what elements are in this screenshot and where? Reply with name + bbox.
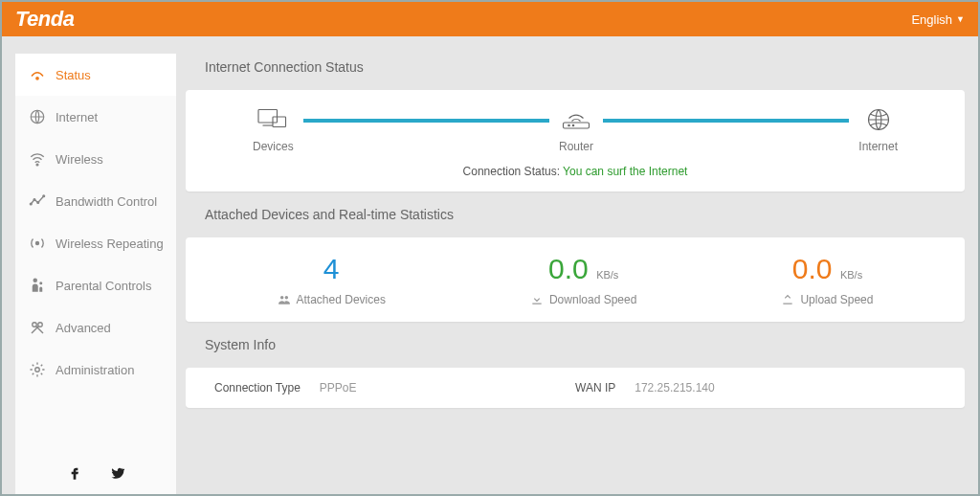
svg-point-10	[38, 323, 43, 327]
connection-line-1	[303, 119, 549, 123]
language-selector[interactable]: English ▼	[911, 12, 965, 27]
tools-icon	[29, 319, 46, 336]
caret-down-icon: ▼	[956, 14, 965, 24]
facebook-icon[interactable]	[67, 465, 82, 485]
upload-label: Upload Speed	[800, 293, 873, 306]
svg-point-12	[35, 368, 40, 372]
repeater-icon	[29, 235, 46, 252]
sidebar-item-repeating[interactable]: Wireless Repeating	[15, 222, 176, 264]
sidebar-item-label: Advanced	[56, 321, 111, 335]
main-layout: Status Internet Wireless	[2, 36, 978, 494]
download-unit: KB/s	[596, 269, 618, 281]
nav-list: Status Internet Wireless	[15, 54, 176, 456]
sidebar: Status Internet Wireless	[15, 54, 176, 494]
stats-card: 4 Attached Devices 0.0 KB/s	[186, 237, 965, 322]
language-label: English	[911, 12, 952, 27]
svg-point-17	[568, 124, 570, 126]
section-title-stats: Attached Devices and Real-time Statistic…	[186, 201, 965, 228]
internet-label: Internet	[858, 140, 898, 153]
svg-point-3	[30, 203, 32, 205]
sidebar-item-label: Wireless	[56, 152, 103, 167]
content-area: Internet Connection Status Devices Route…	[186, 54, 965, 494]
globe-icon	[29, 108, 46, 125]
system-info-card: Connection Type PPPoE WAN IP 172.25.215.…	[186, 368, 965, 408]
social-bar	[15, 456, 176, 494]
sidebar-item-wireless[interactable]: Wireless	[15, 138, 176, 180]
stat-upload: 0.0 KB/s Upload Speed	[781, 253, 873, 306]
svg-point-0	[35, 77, 39, 80]
gear-icon	[29, 361, 46, 378]
wifi-icon	[29, 150, 46, 168]
sys-wan-ip: WAN IP 172.25.215.140	[575, 381, 936, 395]
svg-point-11	[33, 323, 37, 327]
upload-unit: KB/s	[840, 269, 862, 281]
app-frame: Tenda English ▼ Status Internet	[0, 0, 980, 496]
stat-attached: 4 Attached Devices	[278, 253, 386, 306]
svg-rect-13	[258, 110, 278, 124]
stats-row: 4 Attached Devices 0.0 KB/s	[205, 253, 946, 306]
svg-point-18	[572, 124, 574, 126]
download-label: Download Speed	[549, 293, 636, 306]
sys-connection-type: Connection Type PPPoE	[214, 381, 575, 395]
router-label: Router	[559, 140, 593, 153]
stat-download: 0.0 KB/s Download Speed	[530, 253, 636, 306]
sidebar-item-label: Parental Controls	[56, 279, 151, 293]
section-title-connection: Internet Connection Status	[186, 54, 965, 80]
users-icon	[278, 293, 291, 306]
sidebar-item-bandwidth[interactable]: Bandwidth Control	[15, 180, 176, 222]
conn-type-value: PPPoE	[320, 381, 357, 395]
twitter-icon[interactable]	[109, 465, 124, 485]
download-icon	[530, 293, 544, 306]
svg-point-6	[43, 195, 45, 197]
bandwidth-icon	[29, 192, 46, 210]
parental-icon	[29, 277, 46, 294]
section-title-sysinfo: System Info	[186, 331, 965, 358]
brand-logo: Tenda	[15, 7, 74, 32]
connection-status-text: Connection Status: You can surf the Inte…	[205, 165, 946, 178]
devices-node: Devices	[253, 105, 294, 153]
sidebar-item-label: Administration	[56, 363, 134, 377]
upload-value: 0.0	[792, 253, 833, 284]
sidebar-item-label: Internet	[56, 110, 98, 124]
wan-ip-key: WAN IP	[575, 381, 615, 395]
connection-diagram: Devices Router Internet	[205, 105, 946, 161]
conn-type-key: Connection Type	[214, 381, 301, 395]
connection-status-card: Devices Router Internet Connection Statu…	[186, 90, 965, 192]
internet-node: Internet	[858, 105, 898, 153]
sidebar-item-status[interactable]: Status	[15, 54, 176, 96]
svg-point-5	[37, 202, 39, 204]
download-value: 0.0	[548, 253, 589, 284]
devices-label: Devices	[253, 140, 294, 153]
sidebar-item-label: Wireless Repeating	[56, 237, 164, 251]
connection-line-2	[603, 119, 849, 123]
wan-ip-value: 172.25.215.140	[635, 381, 714, 395]
attached-value: 4	[323, 253, 340, 284]
sidebar-item-label: Status	[56, 68, 91, 82]
sidebar-item-parental[interactable]: Parental Controls	[15, 264, 176, 306]
svg-point-7	[36, 242, 39, 245]
attached-label: Attached Devices	[297, 293, 386, 306]
status-icon	[29, 66, 46, 83]
svg-rect-16	[564, 123, 590, 128]
sidebar-item-label: Bandwidth Control	[56, 194, 157, 209]
sidebar-item-internet[interactable]: Internet	[15, 96, 176, 138]
svg-point-9	[39, 282, 42, 284]
svg-point-2	[36, 164, 38, 166]
svg-point-8	[33, 279, 38, 283]
upload-icon	[781, 293, 794, 306]
connection-status-value: You can surf the Internet	[563, 165, 687, 178]
router-node: Router	[559, 105, 593, 153]
system-info-row: Connection Type PPPoE WAN IP 172.25.215.…	[214, 381, 936, 395]
top-bar: Tenda English ▼	[2, 2, 978, 36]
svg-point-4	[33, 199, 35, 201]
svg-rect-14	[273, 117, 286, 127]
sidebar-item-advanced[interactable]: Advanced	[15, 306, 176, 349]
connection-status-label: Connection Status:	[463, 165, 560, 178]
sidebar-item-administration[interactable]: Administration	[15, 349, 176, 391]
